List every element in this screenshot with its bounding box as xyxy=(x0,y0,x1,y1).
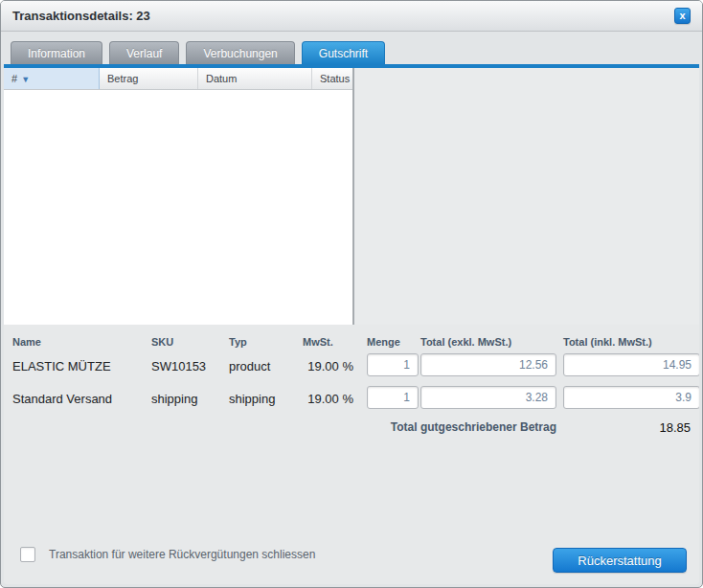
grid-column-header-status[interactable]: Status xyxy=(312,68,352,89)
tab-verbuchungen[interactable]: Verbuchungen xyxy=(186,41,294,64)
cell-sku: SW10153 xyxy=(151,359,226,373)
grid-header-row: #▼ Betrag Datum Status xyxy=(4,68,352,90)
quantity-input[interactable] xyxy=(367,386,419,409)
quantity-input[interactable] xyxy=(367,353,419,376)
col-header-name: Name xyxy=(12,336,147,348)
col-header-total-incl: Total (inkl. MwSt.) xyxy=(563,336,699,348)
close-icon[interactable]: x xyxy=(674,8,691,24)
detail-panel-empty xyxy=(354,68,699,325)
tab-bar: Information Verlauf Verbuchungen Gutschr… xyxy=(1,32,702,64)
upper-split-region: #▼ Betrag Datum Status xyxy=(4,68,699,325)
col-header-total-excl: Total (exkl. MwSt.) xyxy=(420,336,556,348)
refund-row-product: ELASTIC MÜTZE SW10153 product 19.00 % xyxy=(4,353,699,380)
total-excl-input[interactable] xyxy=(420,386,556,409)
refund-positions-section: Name SKU Typ MwSt. Menge Total (exkl. Mw… xyxy=(4,325,699,584)
col-header-menge: Menge xyxy=(367,336,419,348)
cell-name: Standard Versand xyxy=(12,392,147,406)
col-header-typ: Typ xyxy=(229,336,301,348)
window-titlebar: Transaktionsdetails: 23 x xyxy=(1,1,702,32)
credit-history-grid: #▼ Betrag Datum Status xyxy=(4,68,354,325)
cell-mwst: 19.00 % xyxy=(291,359,353,373)
grid-body-empty xyxy=(4,90,352,325)
cell-mwst: 19.00 % xyxy=(291,392,353,406)
close-transaction-checkbox[interactable] xyxy=(20,547,35,562)
refund-button[interactable]: Rückerstattung xyxy=(553,548,687,573)
refund-row-shipping: Standard Versand shipping shipping 19.00… xyxy=(4,386,699,413)
cell-name: ELASTIC MÜTZE xyxy=(12,359,147,373)
grid-column-label-id: # xyxy=(11,73,17,84)
total-excl-input[interactable] xyxy=(420,353,556,376)
total-incl-input[interactable] xyxy=(563,386,699,409)
total-credited-label: Total gutgeschriebener Betrag xyxy=(291,420,556,434)
cell-typ: shipping xyxy=(229,392,301,406)
grid-column-header-id[interactable]: #▼ xyxy=(4,68,100,89)
col-header-mwst: MwSt. xyxy=(303,336,365,348)
sort-down-icon: ▼ xyxy=(21,75,30,84)
cell-sku: shipping xyxy=(151,392,226,406)
tab-verlauf[interactable]: Verlauf xyxy=(109,41,179,64)
cell-typ: product xyxy=(229,359,301,373)
grid-column-header-datum[interactable]: Datum xyxy=(198,68,312,89)
grid-column-header-betrag[interactable]: Betrag xyxy=(100,68,198,89)
total-incl-input[interactable] xyxy=(563,353,699,376)
close-transaction-label: Transaktion für weitere Rückvergütungen … xyxy=(49,548,315,561)
close-transaction-option: Transaktion für weitere Rückvergütungen … xyxy=(20,547,315,562)
tab-content-gutschrift: #▼ Betrag Datum Status Name SKU Typ MwSt… xyxy=(4,68,699,584)
tab-gutschrift[interactable]: Gutschrift xyxy=(302,41,385,64)
transaction-details-window: Transaktionsdetails: 23 x Information Ve… xyxy=(0,0,703,588)
col-header-sku: SKU xyxy=(151,336,226,348)
window-title: Transaktionsdetails: 23 xyxy=(12,9,674,23)
total-credited-value: 18.85 xyxy=(563,420,691,435)
tab-information[interactable]: Information xyxy=(11,41,102,64)
